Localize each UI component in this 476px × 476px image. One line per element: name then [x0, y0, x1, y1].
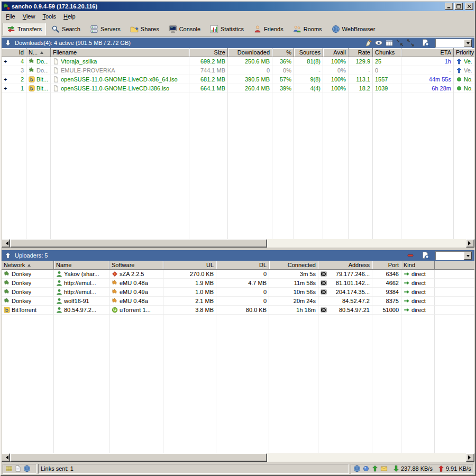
- column-header-ul[interactable]: UL: [163, 261, 216, 270]
- uploader-row-4[interactable]: Donkeywolf16-91eMU 0.48a2.1 MB020m 24s84…: [2, 297, 474, 306]
- remove-button[interactable]: [406, 251, 415, 260]
- tab-rooms[interactable]: Rooms: [289, 23, 326, 35]
- tab-console[interactable]: Console: [164, 23, 205, 35]
- column-header-chunks[interactable]: Chunks: [373, 48, 401, 57]
- combobox-dropdown-button[interactable]: [464, 252, 472, 260]
- menu-view[interactable]: View: [19, 12, 39, 21]
- column-header-dl[interactable]: DL: [216, 261, 269, 270]
- column-header-downloaded[interactable]: Downloaded: [228, 48, 272, 57]
- menu-file[interactable]: File: [2, 12, 19, 21]
- filter-icon: [422, 39, 430, 47]
- uploader-row-5[interactable]: BitTorrent80.54.97.2...uTorrent 1...3.8 …: [2, 306, 474, 315]
- scroll-track[interactable]: [10, 453, 466, 462]
- uploader-row-cell-connected: 10m 56s: [269, 288, 318, 297]
- expand-toggle[interactable]: +: [4, 58, 9, 65]
- tab-label: Search: [62, 26, 80, 32]
- prio-normal-icon: [456, 76, 462, 83]
- column-header-connected[interactable]: Connected: [269, 261, 318, 270]
- downloads-filter-combobox[interactable]: [435, 39, 472, 48]
- column-header-kind[interactable]: Kind: [401, 261, 435, 270]
- download-row-cell-id: +2: [2, 75, 26, 84]
- download-row-cell-filename: openSUSE-11.0-GNOME-LiveCD-x86_64.iso: [51, 75, 189, 84]
- uploader-row-cell-ul: 1.9 MB: [163, 279, 216, 288]
- column-header-sources[interactable]: Sources: [294, 48, 323, 57]
- column-header-eta[interactable]: ETA: [401, 48, 454, 57]
- expand-all-button[interactable]: [406, 39, 415, 48]
- tab-shares[interactable]: Shares: [126, 23, 163, 35]
- download-row-4[interactable]: +1Bit...openSUSE-11.0-GNOME-LiveCD-i386.…: [2, 84, 474, 93]
- download-row-2[interactable]: 3Do...EMULE-PROVERKA744.1 MB00%-0%-0-Ve.…: [2, 66, 474, 75]
- downloads-hscrollbar[interactable]: [2, 239, 474, 248]
- collapse-all-icon: [396, 39, 404, 47]
- download-row-cell-filename: Vtoraja_ssilka: [51, 57, 189, 66]
- download-row-3[interactable]: +2Bit...openSUSE-11.0-GNOME-LiveCD-x86_6…: [2, 75, 474, 84]
- collapse-all-button[interactable]: [395, 39, 405, 48]
- filter-button[interactable]: [421, 251, 431, 260]
- download-row-cell-downloaded: 260.4 MB: [228, 84, 272, 93]
- filter-button[interactable]: [421, 39, 431, 48]
- scroll-left-button[interactable]: [2, 239, 10, 248]
- arrow-right-icon: [468, 241, 473, 245]
- column-header-network[interactable]: Network: [2, 261, 54, 270]
- column-header-rate[interactable]: Rate: [349, 48, 373, 57]
- column-header-size[interactable]: Size: [189, 48, 228, 57]
- scroll-thumb[interactable]: [10, 453, 267, 462]
- scroll-left-button[interactable]: [2, 453, 10, 462]
- emule-icon: [112, 289, 118, 295]
- column-header-percent[interactable]: %: [272, 48, 294, 57]
- column-header-name[interactable]: Name: [54, 261, 109, 270]
- titlebar: sancho 0.9.4-59 (172.16.20.116): [2, 2, 474, 11]
- scroll-thumb[interactable]: [10, 239, 267, 248]
- expand-toggle[interactable]: +: [4, 85, 9, 91]
- uploader-row-2[interactable]: Donkeyhttp://emul...eMU 0.48a1.9 MB4.7 M…: [2, 279, 474, 288]
- column-header-port[interactable]: Port: [372, 261, 401, 270]
- column-label: Size: [214, 49, 225, 56]
- column-header-filename[interactable]: Filename: [51, 48, 189, 57]
- tab-webbrowser[interactable]: WebBrowser: [327, 23, 380, 35]
- tab-servers[interactable]: Servers: [86, 23, 125, 35]
- uploader-row-cell-name: Yakov (shar...: [54, 270, 109, 279]
- minimize-button[interactable]: [445, 3, 453, 10]
- uploader-row-cell-port: 8375: [372, 297, 401, 306]
- preview-button[interactable]: [374, 39, 383, 48]
- column-header-priority[interactable]: Priority: [454, 48, 474, 57]
- person-icon: [56, 289, 62, 295]
- scroll-right-button[interactable]: [466, 239, 474, 248]
- transfers-icon: [7, 25, 15, 33]
- column-header-software[interactable]: Software: [109, 261, 163, 270]
- menu-tools[interactable]: Tools: [39, 12, 60, 21]
- download-row-cell-rate: 113.1: [349, 75, 373, 84]
- uploader-row-3[interactable]: Donkeyhttp://emul...eMU 0.49a1.0 MB010m …: [2, 288, 474, 297]
- uploader-row-cell-software: uTorrent 1...: [109, 306, 163, 315]
- scroll-track[interactable]: [10, 239, 466, 248]
- scroll-right-button[interactable]: [466, 453, 474, 462]
- tab-friends[interactable]: Friends: [249, 23, 288, 35]
- person-icon: [56, 280, 62, 286]
- expand-toggle[interactable]: +: [4, 76, 9, 83]
- uploaders-hscrollbar[interactable]: [2, 453, 474, 462]
- download-row-cell-priority: Ve...: [454, 66, 474, 75]
- tab-statistics[interactable]: Statistics: [206, 23, 248, 35]
- uploader-row-cell-address: 81.101.142...: [318, 279, 372, 288]
- cleanup-button[interactable]: [363, 39, 373, 48]
- download-row-cell-chunks: 0: [373, 66, 401, 75]
- download-speed: 237.88 KB/s: [392, 465, 433, 472]
- tab-label: Friends: [264, 26, 283, 32]
- column-header-id[interactable]: Id: [2, 48, 26, 57]
- uploader-row-1[interactable]: DonkeyYakov (shar...sZA 2.2.5270.0 KB03m…: [2, 270, 474, 279]
- tab-search[interactable]: Search: [47, 23, 85, 35]
- tab-transfers[interactable]: Transfers: [3, 23, 46, 35]
- combobox-dropdown-button[interactable]: [464, 39, 472, 47]
- uploaders-filter-combobox[interactable]: [435, 251, 472, 260]
- close-button[interactable]: [465, 3, 473, 10]
- menu-help[interactable]: Help: [60, 12, 79, 21]
- filter-icon: [422, 251, 430, 260]
- column-header-network[interactable]: N...: [26, 48, 51, 57]
- column-header-address[interactable]: Address: [318, 261, 372, 270]
- flag-icon: [321, 289, 327, 295]
- main-toolbar: TransfersSearchServersSharesConsoleStati…: [2, 22, 474, 36]
- maximize-button[interactable]: [454, 3, 463, 10]
- download-row-1[interactable]: +4Do...Vtoraja_ssilka699.2 MB250.6 MB36%…: [2, 57, 474, 66]
- column-header-avail[interactable]: Avail: [323, 48, 349, 57]
- columns-button[interactable]: [385, 39, 394, 48]
